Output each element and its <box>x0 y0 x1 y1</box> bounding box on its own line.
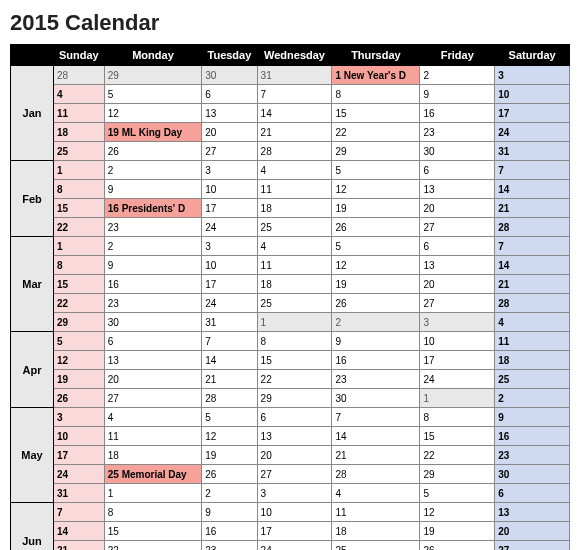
day-cell: 21 <box>495 199 570 218</box>
day-cell: 13 <box>202 104 257 123</box>
day-cell: 9 <box>495 408 570 427</box>
header-friday: Friday <box>420 45 495 66</box>
calendar-row: 21222324252627 <box>11 541 570 551</box>
day-cell: 19 <box>420 522 495 541</box>
day-cell: 9 <box>420 85 495 104</box>
day-cell: 22 <box>104 541 201 551</box>
day-cell: 18 <box>332 522 420 541</box>
day-cell: 7 <box>54 503 105 522</box>
calendar-row: 22232425262728 <box>11 218 570 237</box>
day-cell: 1 <box>257 313 332 332</box>
calendar-table: SundayMondayTuesdayWednesdayThursdayFrid… <box>10 44 570 550</box>
day-cell: 4 <box>257 237 332 256</box>
day-cell: 12 <box>332 256 420 275</box>
day-cell: 17 <box>495 104 570 123</box>
day-cell: 22 <box>54 294 105 313</box>
day-cell: 6 <box>202 85 257 104</box>
day-cell: 21 <box>257 123 332 142</box>
day-cell: 8 <box>257 332 332 351</box>
day-cell: 31 <box>202 313 257 332</box>
day-cell: 11 <box>495 332 570 351</box>
day-cell: 28 <box>495 218 570 237</box>
header-month <box>11 45 54 66</box>
day-cell: 25 Memorial Day <box>104 465 201 484</box>
day-cell: 31 <box>54 484 105 503</box>
day-cell: 29 <box>54 313 105 332</box>
day-cell: 16 Presidents' D <box>104 199 201 218</box>
day-cell: 30 <box>495 465 570 484</box>
day-cell: 8 <box>332 85 420 104</box>
day-cell: 2 <box>420 66 495 85</box>
day-cell: 4 <box>332 484 420 503</box>
calendar-row: 25262728293031 <box>11 142 570 161</box>
day-cell: 30 <box>202 66 257 85</box>
day-cell: 27 <box>104 389 201 408</box>
day-cell: 20 <box>202 123 257 142</box>
day-cell: 10 <box>54 427 105 446</box>
day-cell: 24 <box>495 123 570 142</box>
day-cell: 4 <box>495 313 570 332</box>
header-thursday: Thursday <box>332 45 420 66</box>
day-cell: 12 <box>54 351 105 370</box>
header-sunday: Sunday <box>54 45 105 66</box>
day-cell: 8 <box>420 408 495 427</box>
day-cell: 13 <box>420 256 495 275</box>
calendar-row: 31123456 <box>11 484 570 503</box>
calendar-row: 11121314151617 <box>11 104 570 123</box>
day-cell: 10 <box>257 503 332 522</box>
month-label-jun: Jun <box>11 503 54 551</box>
day-cell: 28 <box>495 294 570 313</box>
day-cell: 24 <box>257 541 332 551</box>
day-cell: 8 <box>54 180 105 199</box>
day-cell: 17 <box>202 199 257 218</box>
day-cell: 6 <box>420 161 495 180</box>
day-cell: 30 <box>332 389 420 408</box>
day-cell: 18 <box>495 351 570 370</box>
day-cell: 6 <box>257 408 332 427</box>
calendar-row: Mar1234567 <box>11 237 570 256</box>
day-cell: 22 <box>420 446 495 465</box>
day-cell: 7 <box>332 408 420 427</box>
day-cell: 7 <box>202 332 257 351</box>
day-cell: 10 <box>420 332 495 351</box>
day-cell: 16 <box>332 351 420 370</box>
day-cell: 26 <box>332 294 420 313</box>
day-cell: 11 <box>257 180 332 199</box>
day-cell: 26 <box>54 389 105 408</box>
day-cell: 19 <box>54 370 105 389</box>
day-cell: 12 <box>202 427 257 446</box>
day-cell: 26 <box>332 218 420 237</box>
day-cell: 30 <box>420 142 495 161</box>
calendar-row: 12131415161718 <box>11 351 570 370</box>
day-cell: 29 <box>257 389 332 408</box>
day-cell: 17 <box>420 351 495 370</box>
month-label-apr: Apr <box>11 332 54 408</box>
day-cell: 23 <box>420 123 495 142</box>
day-cell: 16 <box>495 427 570 446</box>
day-cell: 2 <box>332 313 420 332</box>
day-cell: 6 <box>420 237 495 256</box>
day-cell: 27 <box>257 465 332 484</box>
calendar-row: 22232425262728 <box>11 294 570 313</box>
day-cell: 9 <box>332 332 420 351</box>
calendar-row: 262728293012 <box>11 389 570 408</box>
day-cell: 20 <box>420 275 495 294</box>
day-cell: 2 <box>104 161 201 180</box>
day-cell: 9 <box>104 180 201 199</box>
calendar-row: 891011121314 <box>11 256 570 275</box>
day-cell: 1 <box>54 161 105 180</box>
day-cell: 28 <box>54 66 105 85</box>
day-cell: 13 <box>257 427 332 446</box>
calendar-row: 2930311234 <box>11 313 570 332</box>
day-cell: 15 <box>54 199 105 218</box>
day-cell: 21 <box>54 541 105 551</box>
day-cell: 4 <box>257 161 332 180</box>
day-cell: 3 <box>202 161 257 180</box>
day-cell: 23 <box>495 446 570 465</box>
day-cell: 14 <box>495 180 570 199</box>
day-cell: 5 <box>104 85 201 104</box>
day-cell: 23 <box>332 370 420 389</box>
day-cell: 3 <box>257 484 332 503</box>
day-cell: 20 <box>104 370 201 389</box>
day-cell: 27 <box>420 294 495 313</box>
